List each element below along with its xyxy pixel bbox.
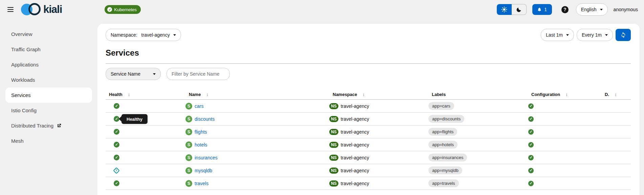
config-valid-icon[interactable]: ✓ bbox=[528, 168, 534, 173]
column-header-health[interactable]: Health ↕ bbox=[106, 92, 185, 97]
config-valid-icon[interactable]: ✓ bbox=[528, 116, 534, 122]
namespace-value: travel-agency bbox=[341, 116, 369, 122]
sort-icon[interactable]: ↕ bbox=[206, 92, 208, 97]
config-valid-icon[interactable]: ✓ bbox=[528, 142, 534, 148]
sidebar-item-workloads[interactable]: Workloads bbox=[5, 72, 92, 87]
help-icon[interactable]: ? bbox=[561, 6, 569, 13]
config-valid-icon[interactable]: ✓ bbox=[528, 155, 534, 160]
chevron-down-icon bbox=[566, 34, 569, 36]
config-valid-icon[interactable]: ✓ bbox=[528, 103, 534, 109]
namespace-value: travel-agency bbox=[341, 168, 369, 173]
sidebar-nav: Overview Traffic Graph Applications Work… bbox=[0, 24, 97, 195]
kiali-logo-icon bbox=[21, 3, 41, 16]
namespace-icon: NS bbox=[329, 116, 338, 122]
config-valid-icon[interactable]: ✓ bbox=[528, 129, 534, 135]
namespace-icon: NS bbox=[329, 168, 338, 174]
time-controls: Last 1m Every 1m bbox=[541, 29, 631, 41]
healthy-icon[interactable]: ✓ bbox=[114, 155, 119, 160]
sort-icon[interactable]: ↕ bbox=[128, 92, 130, 97]
sort-icon[interactable]: ↕ bbox=[565, 92, 568, 97]
dark-theme-button[interactable] bbox=[512, 4, 527, 15]
namespace-value: travel-agency bbox=[341, 129, 369, 135]
configuration-cell: ✓ bbox=[528, 129, 601, 135]
table-row: ✓ Healthy S discounts NS travel-agency a… bbox=[106, 113, 631, 125]
duration-dropdown[interactable]: Last 1m bbox=[541, 29, 574, 41]
labels-cell: app=discounts bbox=[428, 115, 528, 123]
notifications-button[interactable]: 1 bbox=[532, 4, 552, 15]
column-header-labels[interactable]: Labels bbox=[428, 92, 528, 97]
health-cell: ? bbox=[106, 168, 185, 173]
namespace-value: travel-agency bbox=[341, 155, 369, 160]
table-header-row: Health ↕ Name ↕ Namespace ↕ Labels Confi… bbox=[106, 89, 631, 100]
sidebar-item-mesh[interactable]: Mesh bbox=[5, 133, 92, 149]
kubernetes-badge-label: Kubernetes bbox=[114, 7, 137, 12]
namespace-cell: NS travel-agency bbox=[329, 103, 428, 109]
hamburger-icon bbox=[7, 7, 14, 8]
moon-icon bbox=[516, 7, 522, 13]
health-cell: ✓ bbox=[106, 180, 185, 186]
namespace-icon: NS bbox=[329, 155, 338, 161]
sidebar-item-istio-config[interactable]: Istio Config bbox=[5, 103, 92, 118]
health-cell: ✓ Healthy bbox=[106, 116, 185, 122]
healthy-icon[interactable]: ✓ bbox=[114, 103, 119, 109]
column-header-d-[interactable]: D. ↕ bbox=[601, 92, 631, 97]
config-valid-icon[interactable]: ✓ bbox=[528, 181, 534, 186]
sort-icon[interactable]: ↕ bbox=[362, 92, 365, 97]
service-link[interactable]: insurances bbox=[195, 155, 218, 160]
label-pill: app=hotels bbox=[428, 141, 458, 149]
service-link[interactable]: hotels bbox=[195, 142, 207, 148]
refresh-interval-dropdown[interactable]: Every 1m bbox=[577, 29, 613, 41]
external-link-icon bbox=[57, 123, 62, 128]
healthy-icon[interactable]: ✓ bbox=[114, 129, 119, 135]
sidebar-item-services[interactable]: Services bbox=[5, 87, 92, 103]
namespace-icon: NS bbox=[329, 129, 338, 135]
column-header-configuration[interactable]: Configuration ↕ bbox=[528, 92, 601, 97]
healthy-icon[interactable]: ✓ bbox=[114, 142, 119, 148]
namespace-dropdown-label: Namespace: bbox=[111, 32, 137, 38]
language-dropdown[interactable]: English bbox=[576, 3, 608, 16]
column-header-namespace[interactable]: Namespace ↕ bbox=[329, 92, 428, 97]
sidebar-item-applications[interactable]: Applications bbox=[5, 57, 92, 72]
service-link[interactable]: discounts bbox=[195, 116, 215, 122]
healthy-icon[interactable]: ✓ bbox=[114, 180, 119, 186]
sidebar-item-distributed-tracing[interactable]: Distributed Tracing bbox=[5, 118, 92, 133]
filter-type-dropdown[interactable]: Service Name bbox=[106, 68, 161, 80]
name-cell: S flights bbox=[185, 129, 329, 135]
service-link[interactable]: mysqldb bbox=[195, 168, 212, 173]
namespace-cell: NS travel-agency bbox=[329, 142, 428, 148]
sidebar-item-overview[interactable]: Overview bbox=[5, 26, 92, 42]
namespace-dropdown[interactable]: Namespace: travel-agency bbox=[106, 29, 181, 41]
service-link[interactable]: travels bbox=[195, 181, 208, 186]
filter-input[interactable] bbox=[166, 68, 230, 80]
namespace-cell: NS travel-agency bbox=[329, 129, 428, 135]
label-pill: app=flights bbox=[428, 128, 457, 136]
nav-toggle-button[interactable] bbox=[7, 7, 14, 12]
masthead: kiali ✓ Kubernetes bbox=[0, 0, 644, 19]
kiali-brand-text: kiali bbox=[43, 3, 62, 16]
configuration-cell: ✓ bbox=[528, 103, 601, 109]
sidebar-item-traffic-graph[interactable]: Traffic Graph bbox=[5, 42, 92, 57]
name-cell: S travels bbox=[185, 180, 329, 187]
name-cell: S insurances bbox=[185, 154, 329, 161]
sidebar-item-label: Mesh bbox=[11, 138, 24, 144]
service-link[interactable]: cars bbox=[195, 103, 203, 109]
kiali-logo: kiali bbox=[21, 3, 62, 16]
sort-icon[interactable]: ↕ bbox=[615, 92, 617, 97]
service-icon: S bbox=[185, 167, 192, 174]
light-theme-button[interactable] bbox=[497, 4, 512, 15]
table-body: ✓ S cars NS travel-agency app=cars ✓ ✓ H… bbox=[106, 100, 631, 190]
table-row: ✓ S hotels NS travel-agency app=hotels ✓ bbox=[106, 138, 631, 151]
labels-cell: app=mysqldb bbox=[428, 167, 528, 174]
services-table: Health ↕ Name ↕ Namespace ↕ Labels Confi… bbox=[106, 89, 631, 190]
service-link[interactable]: flights bbox=[195, 129, 207, 135]
sidebar-item-label: Applications bbox=[11, 62, 39, 67]
sidebar-item-label: Traffic Graph bbox=[11, 46, 41, 52]
name-cell: S mysqldb bbox=[185, 167, 329, 174]
label-pill: app=insurances bbox=[428, 154, 467, 161]
unknown-health-icon[interactable]: ? bbox=[113, 167, 120, 174]
chevron-down-icon bbox=[600, 9, 603, 11]
refresh-button[interactable] bbox=[616, 29, 631, 41]
column-header-name[interactable]: Name ↕ bbox=[185, 92, 329, 97]
table-row: ✓ S flights NS travel-agency app=flights… bbox=[106, 125, 631, 138]
sun-icon bbox=[501, 6, 507, 13]
